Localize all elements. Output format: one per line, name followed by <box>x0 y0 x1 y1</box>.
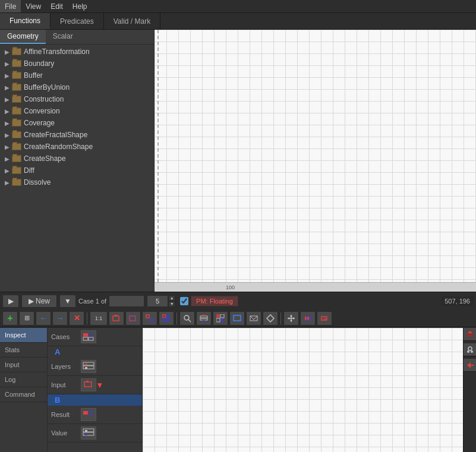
case-input[interactable] <box>109 295 144 307</box>
play-button[interactable]: ▶ <box>2 295 19 308</box>
rect-icon-1 <box>112 314 121 323</box>
add-button[interactable]: + <box>2 311 18 325</box>
last-rect-button[interactable] <box>317 311 332 325</box>
bl-command[interactable]: Command <box>0 387 47 402</box>
envelope-button[interactable] <box>246 311 261 325</box>
play-icon: ▶ <box>8 297 14 305</box>
rp-back-button[interactable] <box>464 359 476 372</box>
svg-rect-44 <box>89 411 93 415</box>
subtab-scalar[interactable]: Scalar <box>46 30 80 44</box>
spinner-arrows: ▲ ▼ <box>168 295 175 307</box>
tree-item-createrandom[interactable]: ▶ CreateRandomShape <box>0 141 154 153</box>
new-play-button[interactable]: ▶ New <box>21 295 57 308</box>
bl-log[interactable]: Log <box>0 372 47 387</box>
stack-button[interactable] <box>196 311 212 325</box>
bm-input-icon-1[interactable] <box>81 378 96 391</box>
svg-rect-7 <box>166 315 169 318</box>
small-red-rect-button[interactable] <box>300 311 316 325</box>
menu-edit[interactable]: Edit <box>46 0 68 12</box>
rect-btn-3[interactable] <box>142 311 157 325</box>
subtab-geometry[interactable]: Geometry <box>0 30 46 44</box>
tree-item-bufferbyunion[interactable]: ▶ BufferByUnion <box>0 81 154 93</box>
move-arrows-button[interactable] <box>283 311 299 325</box>
tree-item-boundary[interactable]: ▶ Boundary <box>0 58 154 69</box>
rect-btn-4[interactable] <box>159 311 174 325</box>
canvas-area[interactable]: 100 <box>155 30 476 292</box>
zoom-11-button[interactable]: 1:1 <box>90 311 108 325</box>
tree-item-conversion[interactable]: ▶ Conversion <box>0 105 154 117</box>
folder-icon-construction <box>12 96 21 103</box>
main-tabbar: Functions Predicates Valid / Mark <box>0 13 476 30</box>
count-input[interactable] <box>147 295 168 307</box>
input-icon-1-svg <box>84 380 93 390</box>
tree-label-coverage: Coverage <box>24 119 55 127</box>
tree-item-createfractal[interactable]: ▶ CreateFractalShape <box>0 129 154 141</box>
svg-point-53 <box>471 350 473 353</box>
svg-marker-28 <box>293 317 295 320</box>
svg-rect-14 <box>202 315 205 316</box>
input-arrow[interactable]: ▾ <box>97 380 102 390</box>
menu-file[interactable]: File <box>0 0 21 12</box>
bl-input[interactable]: Input <box>0 358 47 372</box>
layer-icon: ⊞ <box>24 314 30 322</box>
bottom-left-panel: Inspect Stats Input Log Command <box>0 328 48 452</box>
rect-btn-1[interactable] <box>109 311 124 325</box>
dropdown-icon: ▼ <box>64 297 71 305</box>
bm-input-label: Input <box>51 381 81 388</box>
tree-item-affine[interactable]: ▶ AffineTransformation <box>0 46 154 58</box>
bm-value-icon[interactable] <box>81 426 96 440</box>
back-button[interactable]: ← <box>36 311 51 325</box>
spinner-up[interactable]: ▲ <box>168 295 175 301</box>
pm-checkbox[interactable] <box>180 297 188 305</box>
tree-item-dissolve[interactable]: ▶ Dissolve <box>0 176 154 188</box>
tree-label-createfractal: CreateFractalShape <box>24 131 87 139</box>
bl-inspect[interactable]: Inspect <box>0 328 47 343</box>
bm-cases-label: Cases <box>51 333 81 340</box>
pm-box: PM: Floating <box>180 296 238 306</box>
tab-valid-mark[interactable]: Valid / Mark <box>104 13 160 29</box>
magnify-button[interactable] <box>179 311 195 325</box>
folder-icon-coverage <box>12 119 21 127</box>
bm-layers-icon[interactable] <box>81 360 96 373</box>
forward-button[interactable]: → <box>52 311 68 325</box>
cross-pattern-button[interactable] <box>213 311 228 325</box>
tree-arrow-boundary: ▶ <box>5 61 10 67</box>
envelope-icon <box>250 314 258 323</box>
toolbar: + ⊞ ← → ✕ 1:1 <box>0 309 476 327</box>
menu-help[interactable]: Help <box>68 0 92 12</box>
diamond-button[interactable] <box>263 311 278 325</box>
separator-1 <box>87 312 87 324</box>
bottom-canvas[interactable] <box>143 328 463 452</box>
tree-label-boundary: Boundary <box>24 59 54 68</box>
magnify-icon <box>183 314 191 323</box>
svg-rect-20 <box>234 315 241 321</box>
tree-arrow-dissolve: ▶ <box>5 179 10 186</box>
blue-rect-button[interactable] <box>229 311 245 325</box>
cases-icon-svg <box>83 332 94 342</box>
bl-stats[interactable]: Stats <box>0 343 47 358</box>
folder-icon-createfractal <box>12 131 21 138</box>
tab-functions[interactable]: Functions <box>0 13 51 29</box>
tree-label-conversion: Conversion <box>24 107 60 115</box>
tree-item-buffer[interactable]: ▶ Buffer <box>0 69 154 81</box>
tree-item-diff[interactable]: ▶ Diff <box>0 165 154 176</box>
stack-icon <box>200 314 208 323</box>
rp-mid-button[interactable] <box>464 343 476 356</box>
folder-icon-diff <box>12 167 21 174</box>
layer-button[interactable]: ⊞ <box>19 311 34 325</box>
tree-item-construction[interactable]: ▶ Construction <box>0 93 154 105</box>
close-button[interactable]: ✕ <box>69 311 84 325</box>
spinner-down[interactable]: ▼ <box>168 301 175 307</box>
svg-rect-18 <box>216 318 220 322</box>
bm-result-icon[interactable] <box>81 408 96 421</box>
bottom-panel: Inspect Stats Input Log Command Cases A <box>0 327 476 452</box>
tab-predicates[interactable]: Predicates <box>51 13 104 29</box>
rect-btn-2[interactable] <box>125 311 141 325</box>
tree-item-createshape[interactable]: ▶ CreateShape <box>0 153 154 165</box>
svg-rect-16 <box>216 314 220 318</box>
tree-item-coverage[interactable]: ▶ Coverage <box>0 117 154 129</box>
menu-view[interactable]: View <box>21 0 46 12</box>
bm-cases-icon[interactable] <box>81 330 96 343</box>
dropdown-button[interactable]: ▼ <box>59 295 76 308</box>
rp-up-button[interactable] <box>464 328 476 341</box>
